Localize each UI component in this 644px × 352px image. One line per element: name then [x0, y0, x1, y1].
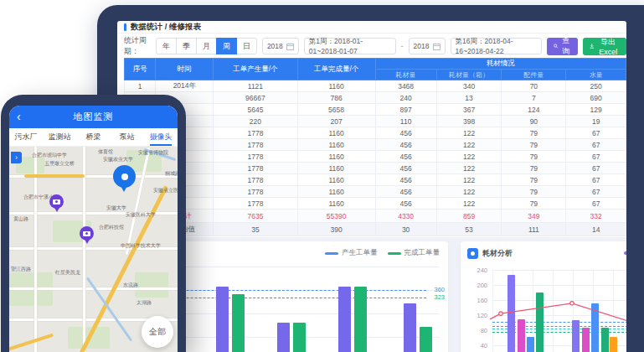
table-cell: 240 [375, 92, 436, 104]
export-excel-button[interactable]: 导出Excel [583, 38, 626, 55]
table-cell: 122 [436, 186, 502, 198]
map-poi-label: 桐城路 [165, 170, 178, 178]
export-button-label: 导出Excel [596, 37, 620, 56]
table-cell: 1778 [214, 198, 297, 210]
start-year-select[interactable]: 2018 [262, 38, 299, 54]
period-label: 统计周期： [124, 35, 151, 57]
selected-camera-marker[interactable] [113, 165, 136, 188]
table-cell: 250 [566, 80, 626, 92]
table-cell: 398 [436, 116, 502, 127]
table-row: 177811604561227967 [125, 151, 626, 163]
show-all-button[interactable]: 全部 [142, 316, 173, 348]
start-year-value: 2018 [267, 42, 283, 50]
table-cell: 19 [566, 116, 626, 127]
breadcrumb-accent [124, 23, 126, 31]
period-option-月[interactable]: 月 [196, 38, 217, 54]
table-cell: 79 [502, 127, 566, 139]
table-cell: 786 [297, 92, 375, 104]
start-week-value: 第1周：2018-01-01~2018-01-07 [309, 37, 391, 55]
table-cell: 456 [375, 139, 436, 151]
phone-tab-泵站[interactable]: 泵站 [111, 128, 144, 146]
bar-完成工单量[interactable] [293, 323, 306, 352]
table-cell: 111 [502, 223, 566, 236]
map-park-patch [135, 272, 168, 298]
column-header: 时间 [156, 59, 214, 80]
bar-完成工单量[interactable] [354, 287, 367, 352]
bar-产生工单量[interactable] [277, 323, 290, 352]
table-cell: 67 [566, 186, 626, 198]
period-option-日[interactable]: 日 [236, 38, 257, 54]
table-cell: 122 [436, 174, 502, 186]
bar-产生工单量[interactable] [216, 287, 229, 352]
period-segmented-control: 年季月周日 [156, 38, 257, 54]
reference-line-label: 323 [434, 293, 445, 301]
consumables-bar-line-chart: 2402001601208040 [461, 241, 626, 352]
breadcrumb-bar: 数据统计 / 维修报表 [117, 21, 626, 34]
camera-marker[interactable] [80, 226, 94, 241]
calendar-icon [286, 43, 294, 50]
table-cell: 14 [566, 223, 626, 236]
table-cell: 79 [502, 174, 566, 186]
table-cell: 349 [502, 210, 566, 223]
bar-产生工单量[interactable] [338, 287, 351, 352]
map-poi-label: 合肥科技馆 [99, 224, 124, 231]
map-poi-label: 体育馆 [98, 148, 113, 156]
table-cell: 129 [566, 104, 626, 116]
table-cell: 456 [375, 163, 436, 174]
table-cell: 122 [436, 127, 502, 139]
map-main-road [24, 174, 85, 178]
query-button[interactable]: 查询 [547, 38, 578, 55]
table-row: 96667786240137690 [125, 92, 626, 104]
bar-产生工单量[interactable] [404, 303, 416, 352]
table-cell: 1778 [214, 186, 297, 198]
period-option-周[interactable]: 周 [216, 38, 237, 54]
trend-line [461, 241, 626, 352]
table-cell: 220 [214, 116, 297, 127]
map-expand-button[interactable]: › [11, 152, 22, 163]
column-header: 耗材情况 [375, 59, 626, 70]
end-week-input[interactable]: 第16周：2018-04-16~2018-04-22 [451, 38, 543, 54]
table-cell: 79 [502, 186, 566, 198]
map-poi-label: 望江西路 [11, 266, 31, 273]
map-poi-label: 安徽省博物院 [138, 149, 168, 157]
column-header: 工单产生量/个 [214, 59, 297, 80]
calendar-icon [433, 43, 440, 50]
table-cell: 1 [125, 80, 156, 92]
consumables-chart-card: 耗材分析 2402001601208040 [461, 241, 626, 352]
charts-area: 产生工单量完成工单量 360323 耗材分析 2402001601208040 [117, 237, 626, 352]
dashboard-screen: 数据统计 / 维修报表 统计周期： 年季月周日 2018 第1周：2018-01… [117, 21, 626, 352]
bar-完成工单量[interactable] [232, 294, 245, 352]
camera-marker[interactable] [49, 194, 64, 209]
back-chevron-icon[interactable]: ‹ [17, 109, 21, 124]
table-row: 56455658897367124129 [125, 104, 626, 116]
table-cell: 1121 [214, 80, 297, 92]
phone-tab-摄像头[interactable]: 摄像头 [144, 128, 178, 146]
phone-tab-桥梁[interactable]: 桥梁 [76, 128, 110, 146]
table-cell: 67 [566, 174, 626, 186]
table-cell: 1778 [214, 163, 297, 174]
start-week-input[interactable]: 第1周：2018-01-01~2018-01-07 [304, 38, 396, 54]
column-header: 工单完成量/个 [297, 59, 375, 80]
reference-line-label: 360 [434, 286, 445, 293]
bar-完成工单量[interactable] [420, 327, 432, 352]
table-cell: 859 [436, 210, 502, 223]
sub-column-header: 配件量 [502, 70, 566, 80]
table-cell: 67 [566, 151, 626, 163]
search-icon [554, 43, 558, 49]
phone-tab-污水厂[interactable]: 污水厂 [9, 128, 43, 146]
phone-tab-监测站[interactable]: 监测站 [43, 128, 76, 146]
period-option-季[interactable]: 季 [176, 38, 197, 54]
column-header: 序号 [125, 59, 156, 80]
table-row: 177811604561227967 [125, 174, 626, 186]
end-week-value: 第16周：2018-04-16~2018-04-22 [456, 37, 538, 55]
table-cell: 90 [502, 116, 566, 127]
map-poi-label: 五里墩立交桥 [44, 160, 75, 168]
table-cell: 96667 [214, 92, 297, 104]
table-cell: 124 [502, 104, 566, 116]
period-option-年[interactable]: 年 [156, 38, 177, 54]
table-cell: 79 [502, 139, 566, 151]
end-year-select[interactable]: 2018 [409, 38, 446, 54]
filter-bar: 统计周期： 年季月周日 2018 第1周：2018-01-01~2018-01-… [117, 34, 626, 58]
breadcrumb: 数据统计 / 维修报表 [131, 22, 201, 33]
map-canvas[interactable]: 合肥市琥珀中学体育馆安徽农业大学安徽省博物院五里墩立交桥桐城路合肥市宁溪小学安徽… [9, 147, 178, 352]
